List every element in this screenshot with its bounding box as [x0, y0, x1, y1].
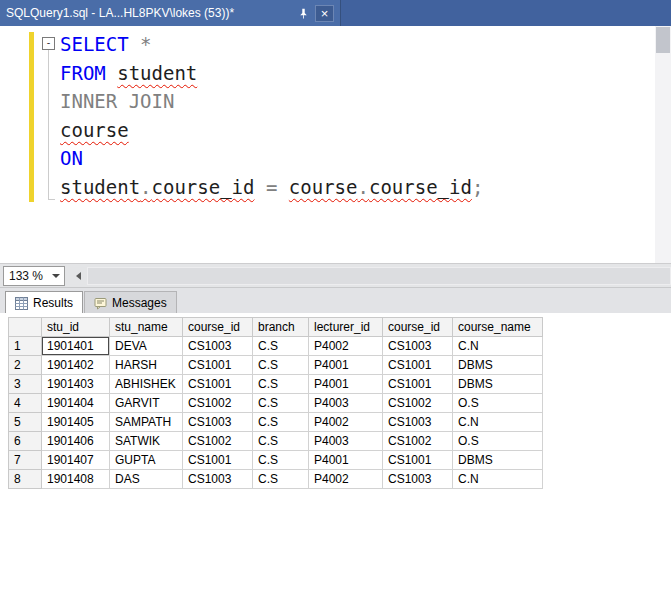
code-line[interactable]: student.course_id = course.course_id;: [60, 173, 483, 202]
grid-cell[interactable]: CS1003: [183, 413, 253, 432]
grid-cell[interactable]: P4003: [309, 394, 383, 413]
grid-cell[interactable]: SAMPATH: [110, 413, 183, 432]
tab-messages[interactable]: Messages: [84, 291, 177, 314]
table-row: 71901407GUPTACS1001C.SP4001CS1001DBMS: [9, 451, 543, 470]
grid-cell[interactable]: 1901404: [42, 394, 110, 413]
grid-column-header[interactable]: lecturer_id: [309, 318, 383, 337]
grid-cell[interactable]: C.N: [453, 470, 543, 489]
grid-cell[interactable]: CS1003: [383, 337, 453, 356]
grid-cell[interactable]: GUPTA: [110, 451, 183, 470]
code-line[interactable]: INNER JOIN: [60, 87, 483, 116]
grid-cell[interactable]: CS1001: [383, 356, 453, 375]
editor-horizontal-scrollbar[interactable]: [87, 267, 671, 285]
grid-cell[interactable]: 1901402: [42, 356, 110, 375]
grid-cell[interactable]: C.S: [253, 394, 309, 413]
code-line[interactable]: course: [60, 116, 483, 145]
editor-vertical-scrollbar[interactable]: [655, 26, 671, 263]
row-number-cell[interactable]: 3: [9, 375, 42, 394]
scrollbar-thumb[interactable]: [88, 268, 670, 284]
grid-cell[interactable]: CS1003: [183, 337, 253, 356]
row-number-cell[interactable]: 2: [9, 356, 42, 375]
grid-cell[interactable]: CS1002: [183, 394, 253, 413]
grid-cell[interactable]: CS1001: [383, 451, 453, 470]
code-token: INNER JOIN: [60, 90, 174, 112]
grid-cell[interactable]: CS1003: [183, 470, 253, 489]
grid-cell[interactable]: CS1001: [183, 375, 253, 394]
results-grid-icon: [15, 297, 28, 310]
grid-cell[interactable]: C.N: [453, 337, 543, 356]
grid-column-header[interactable]: stu_id: [42, 318, 110, 337]
grid-cell[interactable]: 1901407: [42, 451, 110, 470]
grid-cell[interactable]: CS1003: [383, 470, 453, 489]
grid-cell[interactable]: P4001: [309, 356, 383, 375]
grid-cell[interactable]: DEVA: [110, 337, 183, 356]
grid-cell[interactable]: P4002: [309, 337, 383, 356]
grid-cell[interactable]: CS1003: [383, 413, 453, 432]
grid-cell[interactable]: P4001: [309, 375, 383, 394]
pin-button[interactable]: [295, 5, 312, 22]
tab-results[interactable]: Results: [5, 291, 83, 314]
grid-cell[interactable]: C.S: [253, 337, 309, 356]
results-tab-bar: Results Messages: [0, 287, 671, 313]
zoom-dropdown[interactable]: 133 %: [3, 266, 65, 286]
pin-icon: [297, 7, 310, 20]
row-number-cell[interactable]: 7: [9, 451, 42, 470]
grid-column-header[interactable]: course_name: [453, 318, 543, 337]
grid-cell[interactable]: ABHISHEK: [110, 375, 183, 394]
row-number-cell[interactable]: 5: [9, 413, 42, 432]
grid-cell[interactable]: P4002: [309, 413, 383, 432]
grid-cell[interactable]: P4003: [309, 432, 383, 451]
grid-cell[interactable]: DBMS: [453, 356, 543, 375]
code-editor[interactable]: - SELECT *FROM studentINNER JOINcourseON…: [0, 26, 671, 263]
code-token: .: [140, 176, 151, 198]
row-number-cell[interactable]: 1: [9, 337, 42, 356]
grid-cell[interactable]: O.S: [453, 394, 543, 413]
grid-cell[interactable]: C.S: [253, 413, 309, 432]
code-line[interactable]: FROM student: [60, 59, 483, 88]
grid-cell[interactable]: HARSH: [110, 356, 183, 375]
grid-column-header[interactable]: course_id: [383, 318, 453, 337]
grid-cell[interactable]: CS1001: [183, 356, 253, 375]
grid-cell[interactable]: GARVIT: [110, 394, 183, 413]
grid-cell[interactable]: DBMS: [453, 375, 543, 394]
code-token: .: [357, 176, 368, 198]
grid-cell[interactable]: CS1002: [183, 432, 253, 451]
grid-column-header[interactable]: branch: [253, 318, 309, 337]
grid-cell[interactable]: DAS: [110, 470, 183, 489]
scrollbar-thumb[interactable]: [656, 27, 670, 53]
grid-cell[interactable]: C.N: [453, 413, 543, 432]
scroll-left-button[interactable]: [70, 267, 87, 285]
grid-corner-cell[interactable]: [9, 318, 42, 337]
row-number-cell[interactable]: 4: [9, 394, 42, 413]
code-line[interactable]: SELECT *: [60, 30, 483, 59]
grid-cell[interactable]: 1901408: [42, 470, 110, 489]
grid-cell[interactable]: P4001: [309, 451, 383, 470]
messages-icon: [94, 297, 107, 310]
grid-cell[interactable]: C.S: [253, 356, 309, 375]
document-tab[interactable]: SQLQuery1.sql - LA...HL8PKV\lokes (53))*…: [0, 0, 341, 26]
row-number-cell[interactable]: 8: [9, 470, 42, 489]
row-number-cell[interactable]: 6: [9, 432, 42, 451]
grid-cell[interactable]: SATWIK: [110, 432, 183, 451]
grid-cell[interactable]: CS1002: [383, 432, 453, 451]
grid-cell[interactable]: DBMS: [453, 451, 543, 470]
grid-cell[interactable]: O.S: [453, 432, 543, 451]
collapse-region-button[interactable]: -: [42, 37, 55, 50]
grid-cell[interactable]: P4002: [309, 470, 383, 489]
grid-cell[interactable]: C.S: [253, 375, 309, 394]
table-row: 81901408DASCS1003C.SP4002CS1003C.N: [9, 470, 543, 489]
grid-cell[interactable]: 1901401: [42, 337, 110, 356]
grid-cell[interactable]: CS1001: [383, 375, 453, 394]
grid-cell[interactable]: CS1002: [383, 394, 453, 413]
grid-cell[interactable]: C.S: [253, 451, 309, 470]
grid-cell[interactable]: 1901406: [42, 432, 110, 451]
grid-column-header[interactable]: course_id: [183, 318, 253, 337]
grid-cell[interactable]: 1901405: [42, 413, 110, 432]
grid-cell[interactable]: C.S: [253, 432, 309, 451]
grid-cell[interactable]: C.S: [253, 470, 309, 489]
grid-cell[interactable]: CS1001: [183, 451, 253, 470]
grid-column-header[interactable]: stu_name: [110, 318, 183, 337]
close-button[interactable]: ×: [315, 5, 334, 22]
code-line[interactable]: ON: [60, 144, 483, 173]
grid-cell[interactable]: 1901403: [42, 375, 110, 394]
